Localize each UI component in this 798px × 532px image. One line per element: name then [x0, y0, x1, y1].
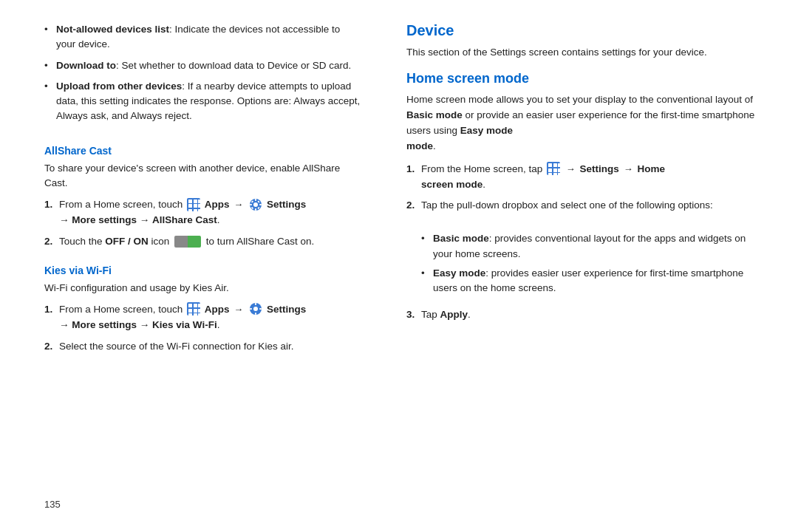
svg-point-1	[253, 202, 258, 207]
arrow-1a: →	[233, 199, 243, 210]
kies-heading: Kies via Wi-Fi	[44, 265, 362, 276]
basic-mode-label: Basic mode	[406, 109, 463, 120]
kies-step-more: → More settings → Kies via Wi-Fi.	[59, 319, 219, 330]
kies-step-1: 1. From a Home screen, touch Apps →	[44, 302, 362, 333]
settings-bold-1: Settings	[580, 163, 619, 174]
svg-point-11	[253, 307, 258, 311]
svg-rect-2	[255, 199, 256, 201]
home-step-3: 3. Tap Apply.	[406, 307, 761, 323]
home-screen-intro: Home screen mode allows you to set your …	[406, 92, 761, 154]
bullet-download-to: Download to: Set whether to download dat…	[44, 58, 362, 73]
apps-icon-3	[547, 162, 560, 175]
step1-dot: .	[482, 179, 485, 190]
step-num-1: 1.	[44, 197, 52, 213]
home-step-num-3: 3.	[406, 307, 415, 323]
home-screen-mode-label: Home	[637, 163, 665, 174]
mode-suffix: mode	[406, 140, 433, 151]
options-list: Basic mode: provides conventional layout…	[406, 231, 761, 300]
apps-label-2: Apps	[205, 304, 233, 315]
bullet-term-2: Download to	[56, 60, 116, 71]
home-step3-list: 3. Tap Apply.	[406, 307, 761, 329]
screen-mode-label: screen mode	[421, 179, 482, 190]
option-easy: Easy mode: provides easier user experien…	[421, 266, 761, 296]
bullet-term-3: Upload from other devices	[56, 81, 182, 92]
kies-step-num-2: 2.	[44, 339, 52, 355]
mode-dot: .	[433, 140, 436, 151]
allshare-cast-heading: AllShare Cast	[44, 145, 362, 157]
arrow-2a: →	[233, 304, 243, 315]
option-basic: Basic mode: provides conventional layout…	[421, 231, 761, 262]
kies-intro: Wi-Fi configuration and usage by Kies Ai…	[44, 281, 362, 296]
kies-step-pre: From a Home screen, touch	[59, 304, 185, 315]
apps-label-1: Apps	[205, 199, 233, 210]
step2-mid: icon	[151, 236, 173, 247]
settings-icon-2	[249, 302, 262, 316]
svg-rect-15	[259, 308, 262, 310]
svg-rect-4	[250, 204, 252, 205]
device-title: Device	[406, 22, 761, 39]
bullet-not-allowed: Not-allowed devices list: Indicate the d…	[44, 22, 362, 52]
arrow-3b: →	[624, 163, 633, 174]
basic-mode-term: Basic mode	[433, 233, 489, 244]
easy-mode-term: Easy mode	[433, 267, 485, 279]
home-step-num-2: 2.	[406, 198, 415, 214]
bullet-text-2: : Set whether to download data to Device…	[116, 60, 351, 71]
right-column: Device This section of the Settings scre…	[384, 0, 798, 532]
page-number: 135	[44, 484, 362, 510]
home-step-2: 2. Tap the pull-down dropbox and select …	[406, 198, 761, 214]
home-step2-text: Tap the pull-down dropbox and select one…	[421, 200, 713, 211]
svg-rect-12	[255, 303, 256, 305]
bullet-term-1: Not-allowed devices list	[56, 24, 169, 35]
home-screen-steps: 1. From the Home screen, tap → Settings …	[406, 162, 761, 220]
off-on-label: OFF / ON	[105, 236, 149, 247]
apps-icon	[187, 198, 200, 211]
allshare-step-2: 2. Touch the OFF / ON icon to turn AllSh…	[44, 234, 362, 250]
step3-suf: .	[468, 309, 471, 320]
allshare-step-1: 1. From a Home screen, touch Apps →	[44, 197, 362, 228]
allshare-cast-intro: To share your device's screen with anoth…	[44, 161, 362, 192]
bullet-upload-from: Upload from other devices: If a nearby d…	[44, 79, 362, 124]
allshare-cast-section: AllShare Cast To share your device's scr…	[44, 142, 362, 258]
home-step-num-1: 1.	[406, 162, 415, 177]
kies-steps: 1. From a Home screen, touch Apps →	[44, 302, 362, 355]
kies-section: Kies via Wi-Fi Wi-Fi configuration and u…	[44, 262, 362, 362]
device-intro: This section of the Settings screen cont…	[406, 45, 761, 61]
settings-icon-1	[249, 198, 262, 211]
allshare-cast-steps: 1. From a Home screen, touch Apps →	[44, 197, 362, 250]
step2-suf: to turn AllShare Cast on.	[206, 236, 314, 247]
home-screen-title: Home screen mode	[406, 71, 761, 86]
home-screen-intro-text: Home screen mode allows you to set your …	[406, 94, 753, 105]
settings-label-1: Settings	[267, 199, 306, 210]
apply-label: Apply	[440, 309, 468, 320]
toggle-icon	[174, 236, 201, 248]
home-step1-pre: From the Home screen, tap	[421, 163, 545, 174]
step-pre-1: From a Home screen, touch	[59, 199, 185, 210]
step2-pre: Touch the	[59, 236, 105, 247]
svg-rect-13	[255, 313, 256, 315]
kies-step-2: 2. Select the source of the Wi-Fi connec…	[44, 339, 362, 355]
svg-rect-3	[255, 208, 256, 211]
settings-label-2: Settings	[267, 304, 306, 315]
kies-step2-text: Select the source of the Wi-Fi connectio…	[59, 341, 293, 352]
apps-icon-2	[187, 302, 200, 316]
step-num-2: 2.	[44, 234, 52, 250]
svg-rect-14	[250, 308, 252, 310]
easy-mode-label: Easy mode	[460, 125, 513, 136]
top-bullet-list: Not-allowed devices list: Indicate the d…	[44, 22, 362, 130]
step-arrow-more-1: → More settings → AllShare Cast.	[59, 214, 220, 225]
arrow-3a: →	[566, 163, 576, 174]
step3-pre: Tap	[421, 309, 437, 320]
left-column: Not-allowed devices list: Indicate the d…	[0, 0, 384, 532]
svg-rect-5	[259, 204, 262, 205]
kies-step-num-1: 1.	[44, 302, 52, 318]
home-step-1: 1. From the Home screen, tap → Settings …	[406, 162, 761, 193]
